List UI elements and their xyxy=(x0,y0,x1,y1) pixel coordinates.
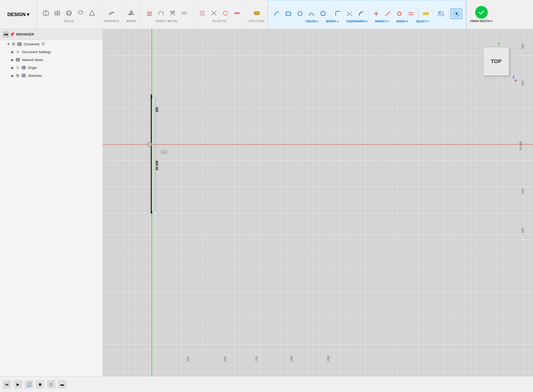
expand-arrow-unsaved[interactable]: ▼ xyxy=(6,42,11,46)
ruler-num-250: 250 xyxy=(187,356,190,361)
browser-collapse-button[interactable]: ◀◀ xyxy=(3,31,9,38)
ruler-right-250-bot: 250 xyxy=(521,189,524,193)
sketch-fillet-icon[interactable] xyxy=(333,9,343,18)
status-btn-1[interactable]: ⏮ xyxy=(3,380,11,389)
ruler-num-1000: 1000 xyxy=(290,356,293,362)
sheetmetal-label: SHEET METAL xyxy=(155,19,178,23)
browser-panel: ◀◀ 📌 BROWSER ▼ (Unsaved) ▶ xyxy=(0,29,103,376)
svg-point-50 xyxy=(17,51,19,53)
dim-250: 250 xyxy=(155,107,159,112)
solid-icon-3[interactable] xyxy=(64,8,74,18)
section-solid[interactable]: SOLID xyxy=(37,0,101,29)
constraints-label[interactable]: CONSTRAINTS ▾ xyxy=(346,20,367,23)
browser-item-unsaved[interactable]: ▼ (Unsaved) xyxy=(0,40,102,48)
section-sketch[interactable]: CREATE ▾ MODIFY ▾ CONSTRAINTS ▾ INSPECT … xyxy=(268,0,466,29)
solid-icon-5[interactable] xyxy=(87,8,97,18)
named-views-icon xyxy=(15,57,21,62)
plastic-icon-4[interactable] xyxy=(232,8,242,18)
sketch-trim-icon[interactable] xyxy=(344,9,355,18)
expand-arrow-named-views[interactable]: ▶ xyxy=(11,58,15,62)
expand-arrow-doc-settings[interactable]: ▶ xyxy=(11,50,15,54)
surface-icon-1[interactable] xyxy=(106,8,117,18)
section-surface[interactable]: SURFACE xyxy=(101,0,122,29)
expand-arrow-origin[interactable]: ▶ xyxy=(11,66,15,70)
sketch-offset-icon[interactable] xyxy=(356,9,366,18)
vis-icon-sketches[interactable] xyxy=(15,73,20,78)
sheetmetal-icon-2[interactable] xyxy=(156,8,166,18)
sketch-arc-icon[interactable] xyxy=(306,9,317,18)
browser-item-document-settings[interactable]: ▶ Document Settings xyxy=(0,48,102,56)
mesh-icon-1[interactable] xyxy=(126,8,137,18)
browser-item-sketches[interactable]: ▶ Sketches xyxy=(0,72,102,79)
modify-label[interactable]: MODIFY ▾ xyxy=(326,20,338,23)
status-btn-3[interactable]: 🔄 xyxy=(25,380,33,389)
utilities-icon-1[interactable] xyxy=(252,8,262,18)
section-sheetmetal[interactable]: SHEET METAL xyxy=(140,0,193,29)
svg-rect-26 xyxy=(254,12,259,15)
sheetmetal-icon-1[interactable] xyxy=(144,8,155,18)
select-button[interactable] xyxy=(451,8,462,19)
settings-icon-unsaved[interactable] xyxy=(41,42,45,47)
svg-line-31 xyxy=(347,14,350,16)
svg-point-6 xyxy=(67,12,71,14)
sketch-rect-icon[interactable] xyxy=(283,9,294,18)
constraint-icon-4[interactable] xyxy=(406,9,416,18)
browser-title: BROWSER xyxy=(16,32,34,36)
named-views-label: Named Views xyxy=(22,58,43,62)
origin-icon xyxy=(21,65,26,70)
svg-point-23 xyxy=(223,11,228,15)
svg-point-28 xyxy=(298,12,302,16)
status-btn-5[interactable]: ◻ xyxy=(47,380,55,389)
sheetmetal-icon-3[interactable] xyxy=(179,8,189,18)
vis-icon-unsaved[interactable] xyxy=(11,42,16,46)
mesh-label: MESH xyxy=(127,19,136,23)
toolbar: DESIGN ▾ xyxy=(0,0,533,29)
svg-rect-58 xyxy=(22,74,26,77)
sketch-line-icon[interactable] xyxy=(271,9,282,18)
browser-item-origin[interactable]: ▶ Origin xyxy=(0,64,102,72)
plastic-icon-3[interactable] xyxy=(220,8,231,18)
constraint-icon-2[interactable] xyxy=(383,9,393,18)
constraint-icon-3[interactable] xyxy=(394,9,405,18)
sketch-circle-icon[interactable] xyxy=(295,9,305,18)
section-plastic[interactable]: PLASTIC xyxy=(193,0,246,29)
endpoint-bottom xyxy=(154,212,157,214)
solid-icon-1[interactable] xyxy=(41,8,51,18)
browser-item-named-views[interactable]: ▶ Named Views xyxy=(0,56,102,64)
solid-icon-4[interactable] xyxy=(75,8,86,18)
finish-sketch-button[interactable]: FINISH SKETCH ▾ xyxy=(466,0,496,29)
insert-label[interactable]: INSERT ▾ xyxy=(396,20,408,23)
sheetmetal-icon-scissors[interactable] xyxy=(167,8,178,18)
create-label[interactable]: CREATE ▾ xyxy=(305,20,318,23)
cube-face-top[interactable]: TOP xyxy=(483,47,509,76)
inspect-ruler-icon[interactable] xyxy=(421,9,431,18)
axis-red-line xyxy=(103,144,533,145)
constraint-icon-1[interactable] xyxy=(371,9,381,18)
separator-3 xyxy=(418,8,419,19)
status-btn-4[interactable]: ⏺ xyxy=(36,380,44,389)
select-label[interactable]: SELECT ▾ xyxy=(416,20,428,23)
plastic-icon-2[interactable] xyxy=(209,8,219,18)
canvas-area[interactable]: 250 500 750 1000 1250 500 250 00 008 250… xyxy=(103,29,533,376)
inspect-label[interactable]: INSPECT ▾ xyxy=(375,20,389,23)
svg-marker-29 xyxy=(321,11,325,16)
status-btn-6[interactable]: ▬ xyxy=(58,380,66,389)
browser-pin-button[interactable]: 📌 xyxy=(10,32,14,37)
ruler-right-250-top: 250 xyxy=(521,81,524,86)
section-utilities[interactable]: UTILITIES xyxy=(246,0,268,29)
separator-5 xyxy=(448,8,449,19)
plastic-icon-1[interactable] xyxy=(197,8,208,18)
design-button[interactable]: DESIGN ▾ xyxy=(0,0,37,29)
finish-sketch-circle xyxy=(475,6,488,19)
axis-y-label: Y xyxy=(498,42,500,46)
section-mesh[interactable]: MESH xyxy=(122,0,140,29)
svg-line-17 xyxy=(170,12,173,15)
finish-sketch-label: FINISH SKETCH ▾ xyxy=(470,20,492,23)
expand-arrow-sketches[interactable]: ▶ xyxy=(11,73,15,78)
sketch-polygon-icon[interactable] xyxy=(318,9,328,18)
status-btn-2[interactable]: ▶ xyxy=(14,380,22,389)
insert-image-icon[interactable] xyxy=(436,9,446,18)
solid-icon-2[interactable] xyxy=(52,8,63,18)
vis-icon-origin[interactable] xyxy=(15,65,20,70)
sketches-icon xyxy=(21,73,26,78)
